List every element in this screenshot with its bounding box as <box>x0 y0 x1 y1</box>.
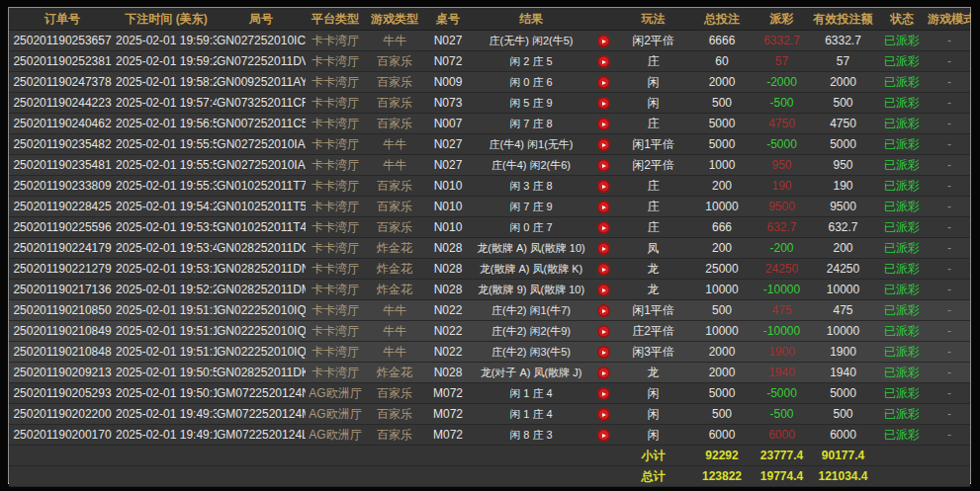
order-cell: 250201190209213 <box>9 363 116 382</box>
total_bet-cell: 500 <box>690 300 754 320</box>
order-cell: 250201190205293 <box>9 383 116 403</box>
column-header-total_bet: 总投注 <box>690 9 754 29</box>
round-cell: GN010252011T5 <box>217 197 306 216</box>
replay-icon[interactable] <box>597 159 610 172</box>
round-cell: GN022252010IQ <box>217 342 306 362</box>
result-cell: 龙(散牌 A) 凤(散牌 K) <box>472 259 590 279</box>
table_no-cell: M072 <box>424 383 472 403</box>
play-cell: 闲 <box>616 93 690 113</box>
game_type-cell: 牛牛 <box>365 31 424 50</box>
replay-icon[interactable] <box>597 221 610 234</box>
play-cell: 闲3平倍 <box>616 342 690 362</box>
replay-icon[interactable] <box>597 76 610 89</box>
valid_bet-cell: 190 <box>810 176 876 196</box>
time-cell: 2025-02-01 19:51:14 <box>116 342 217 362</box>
total_bet-cell: 5000 <box>690 134 754 154</box>
column-header-status: 状态 <box>876 9 928 29</box>
result-cell: 闲 1 庄 4 <box>472 404 590 424</box>
replay-icon[interactable] <box>597 284 610 296</box>
platform-cell: 卡卡湾厅 <box>306 93 365 113</box>
status-cell: 已派彩 <box>876 51 928 71</box>
valid_bet-cell: 950 <box>810 155 876 175</box>
replay-icon[interactable] <box>597 201 610 213</box>
replay-icon[interactable] <box>597 325 610 338</box>
valid_bet-cell: 6332.7 <box>810 31 876 50</box>
round-cell: GN073252011CF <box>217 93 306 113</box>
replay-cell <box>590 51 616 71</box>
replay-icon[interactable] <box>597 55 610 68</box>
platform-cell: 卡卡湾厅 <box>306 155 365 175</box>
game_type-cell: 牛牛 <box>365 342 424 362</box>
mode-cell: - <box>928 31 971 50</box>
replay-icon[interactable] <box>597 35 610 47</box>
valid_bet-cell: 5000 <box>810 134 876 154</box>
payout-cell: -10000 <box>754 321 810 341</box>
replay-icon[interactable] <box>597 387 610 400</box>
subtotal-row-total-bet: 92292 <box>690 446 754 465</box>
replay-icon[interactable] <box>597 304 610 317</box>
replay-cell <box>590 238 616 258</box>
result-cell: 龙(散牌 9) 凤(散牌 10) <box>472 280 590 299</box>
status-cell: 已派彩 <box>876 217 928 237</box>
round-cell: GN010252011T4 <box>217 217 306 237</box>
replay-icon[interactable] <box>597 180 610 193</box>
payout-cell: -5000 <box>754 383 810 403</box>
game_type-cell: 牛牛 <box>365 155 424 175</box>
time-cell: 2025-02-01 19:51:14 <box>116 300 217 320</box>
play-cell: 庄 <box>616 176 690 196</box>
replay-icon[interactable] <box>597 138 610 151</box>
table_no-cell: N028 <box>424 280 472 299</box>
table_no-cell: N022 <box>424 321 472 341</box>
bet-records-table: 订单号下注时间 (美东)局号平台类型游戏类型桌号结果玩法总投注派彩有效投注额状态… <box>8 7 971 484</box>
status-cell: 已派彩 <box>876 321 928 341</box>
replay-icon[interactable] <box>597 242 610 255</box>
order-cell: 250201190252381 <box>9 51 116 71</box>
replay-icon[interactable] <box>597 97 610 110</box>
order-cell: 250201190200170 <box>9 425 116 445</box>
platform-cell: 卡卡湾厅 <box>306 280 365 299</box>
table-row: 2502011902108502025-02-01 19:51:14GN0222… <box>9 300 970 321</box>
replay-icon[interactable] <box>597 408 610 421</box>
replay-icon[interactable] <box>597 429 610 442</box>
round-cell: GN027252010IC <box>217 31 306 50</box>
total_bet-cell: 6666 <box>690 31 754 50</box>
total_bet-cell: 60 <box>690 51 754 71</box>
play-cell: 闲 <box>616 383 690 403</box>
table-row: 2502011902171362025-02-01 19:52:24GN0282… <box>9 280 970 300</box>
table-row: 2502011902442232025-02-01 19:57:45GN0732… <box>9 93 970 114</box>
game_type-cell: 百家乐 <box>365 114 424 133</box>
status-cell: 已派彩 <box>876 155 928 175</box>
valid_bet-cell: 632.7 <box>810 217 876 237</box>
platform-cell: AG欧洲厅 <box>306 383 365 403</box>
replay-icon[interactable] <box>597 346 610 359</box>
round-cell: GN028252011DN <box>217 259 306 279</box>
payout-cell: 57 <box>754 51 810 71</box>
replay-icon[interactable] <box>597 263 610 276</box>
time-cell: 2025-02-01 19:58:23 <box>116 72 217 92</box>
result-cell: 闲 7 庄 8 <box>472 114 590 133</box>
replay-cell <box>590 93 616 113</box>
payout-cell: 9500 <box>754 197 810 216</box>
play-cell: 龙 <box>616 280 690 299</box>
table_no-cell: N027 <box>424 155 472 175</box>
order-cell: 250201190235482 <box>9 134 116 154</box>
table_no-cell: N028 <box>424 259 472 279</box>
table-row: 2502011902052932025-02-01 19:50:11GM0722… <box>9 383 970 404</box>
status-cell: 已派彩 <box>876 93 928 113</box>
replay-cell <box>590 259 616 279</box>
mode-cell: - <box>928 155 971 175</box>
mode-cell: - <box>928 217 971 237</box>
replay-icon[interactable] <box>597 367 610 379</box>
payout-cell: -500 <box>754 404 810 424</box>
subtotal-row-payout: 23777.4 <box>754 446 810 465</box>
result-cell: 庄(牛4) 闲2(牛6) <box>472 155 590 175</box>
table-row: 2502011902108492025-02-01 19:51:14GN0222… <box>9 321 970 342</box>
total_bet-cell: 2000 <box>690 363 754 382</box>
game_type-cell: 百家乐 <box>365 217 424 237</box>
round-cell: GN028252011DM <box>217 280 306 299</box>
play-cell: 闲1平倍 <box>616 134 690 154</box>
platform-cell: 卡卡湾厅 <box>306 134 365 154</box>
replay-icon[interactable] <box>597 118 610 130</box>
platform-cell: 卡卡湾厅 <box>306 197 365 216</box>
replay-cell <box>590 342 616 362</box>
